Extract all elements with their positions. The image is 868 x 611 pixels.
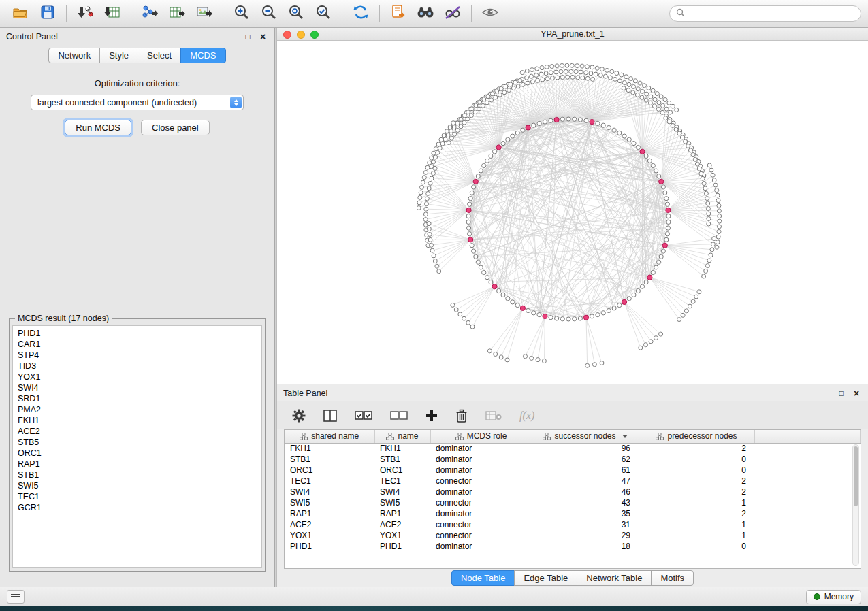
- table-row[interactable]: STB1STB1dominator620: [285, 454, 861, 465]
- float-panel-icon[interactable]: □: [242, 31, 253, 42]
- search-icon: [676, 7, 685, 20]
- tab-style[interactable]: Style: [99, 48, 138, 63]
- result-node-item[interactable]: ACE2: [18, 426, 257, 437]
- table-row[interactable]: TEC1TEC1connector472: [285, 476, 861, 486]
- close-panel-button[interactable]: Close panel: [141, 120, 210, 135]
- optimization-criterion-select[interactable]: largest connected component (undirected): [31, 95, 244, 110]
- result-node-item[interactable]: PHD1: [18, 328, 257, 339]
- column-label: predecessor nodes: [667, 431, 737, 441]
- function-builder-button[interactable]: f(x): [519, 407, 534, 425]
- network-titlebar[interactable]: YPA_prune.txt_1: [277, 28, 868, 41]
- search-input[interactable]: [688, 9, 854, 18]
- table-settings-button[interactable]: [292, 407, 306, 425]
- zoom-fit-button[interactable]: [283, 3, 310, 24]
- open-folder-button[interactable]: [7, 3, 34, 24]
- result-node-item[interactable]: SWI4: [18, 382, 257, 393]
- result-node-item[interactable]: PMA2: [18, 404, 257, 415]
- sort-descending-icon: [622, 435, 628, 438]
- table-row[interactable]: ACE2ACE2connector311: [285, 519, 861, 530]
- scrollbar-thumb[interactable]: [854, 446, 858, 506]
- clear-table-button[interactable]: [485, 407, 502, 425]
- table-row[interactable]: RAP1RAP1dominator352: [285, 508, 861, 519]
- show-columns-button[interactable]: [323, 407, 337, 425]
- result-node-item[interactable]: CAR1: [18, 339, 257, 350]
- table-row[interactable]: YOX1YOX1connector291: [285, 530, 861, 541]
- export-image-button[interactable]: [191, 3, 218, 24]
- network-window: YPA_prune.txt_1: [277, 28, 868, 384]
- table-cell: connector: [430, 519, 532, 530]
- table-cell: 43: [532, 497, 639, 508]
- zoom-out-button[interactable]: [255, 3, 283, 24]
- zoom-selected-button[interactable]: [310, 3, 337, 24]
- result-node-item[interactable]: ORC1: [18, 448, 257, 459]
- memory-button[interactable]: Memory: [806, 590, 861, 604]
- column-type-icon: [543, 433, 551, 440]
- tab-network-table[interactable]: Network Table: [577, 570, 652, 586]
- table-row[interactable]: PHD1PHD1dominator180: [285, 541, 861, 552]
- result-node-item[interactable]: FKH1: [18, 415, 257, 426]
- column-header-name[interactable]: name: [374, 430, 430, 443]
- result-node-item[interactable]: GCR1: [18, 502, 257, 513]
- result-node-item[interactable]: RAP1: [18, 459, 257, 469]
- column-header-successor-nodes[interactable]: successor nodes: [532, 430, 639, 443]
- gear-icon: [292, 409, 306, 423]
- hide-annotations-button[interactable]: [439, 3, 466, 24]
- clone-network-button[interactable]: [385, 3, 412, 24]
- result-node-item[interactable]: STB1: [18, 469, 257, 480]
- delete-column-button[interactable]: [455, 407, 468, 425]
- zoom-in-icon: [234, 4, 250, 23]
- status-menu-button[interactable]: [7, 590, 25, 604]
- result-node-item[interactable]: SWI5: [18, 480, 257, 491]
- columns-icon: [323, 410, 337, 422]
- import-table-button[interactable]: [99, 3, 126, 24]
- result-node-item[interactable]: YOX1: [18, 371, 257, 382]
- table-cell: 0: [639, 454, 754, 465]
- tab-network[interactable]: Network: [48, 48, 100, 63]
- show-eye-button[interactable]: [477, 3, 504, 24]
- table-row[interactable]: SWI4SWI4dominator462: [285, 486, 861, 497]
- refresh-button[interactable]: [347, 3, 374, 24]
- export-table-button[interactable]: [163, 3, 191, 24]
- close-panel-icon[interactable]: ×: [257, 31, 268, 42]
- tab-node-table[interactable]: Node Table: [451, 570, 515, 586]
- zoom-in-button[interactable]: [228, 3, 255, 24]
- import-network-button[interactable]: [71, 3, 99, 24]
- column-label: successor nodes: [554, 431, 615, 441]
- table-row[interactable]: ORC1ORC1dominator610: [285, 465, 861, 476]
- tab-motifs[interactable]: Motifs: [651, 570, 694, 586]
- network-svg[interactable]: [277, 41, 867, 382]
- result-node-item[interactable]: TEC1: [18, 491, 257, 502]
- deselect-all-button[interactable]: [390, 407, 408, 425]
- save-button[interactable]: [34, 3, 61, 24]
- close-panel-icon[interactable]: ×: [851, 388, 862, 399]
- table-cell: 35: [532, 508, 639, 519]
- table-scrollbar[interactable]: [852, 444, 859, 566]
- column-header-mcds-role[interactable]: MCDS role: [430, 430, 532, 443]
- table-cell: 47: [532, 476, 639, 486]
- tab-select[interactable]: Select: [138, 48, 181, 63]
- minimize-window-icon[interactable]: [297, 31, 305, 39]
- network-canvas[interactable]: [277, 41, 868, 384]
- find-button[interactable]: [412, 3, 439, 24]
- close-window-icon[interactable]: [283, 31, 291, 39]
- search-box[interactable]: [669, 5, 861, 22]
- float-panel-icon[interactable]: □: [836, 388, 847, 399]
- table-row[interactable]: SWI5SWI5connector431: [285, 497, 861, 508]
- column-header-shared-name[interactable]: shared name: [285, 430, 374, 443]
- maximize-window-icon[interactable]: [310, 31, 319, 39]
- result-node-item[interactable]: SRD1: [18, 393, 257, 404]
- export-network-button[interactable]: [136, 3, 163, 24]
- node-table-header-row: shared namenameMCDS rolesuccessor nodesp…: [285, 430, 861, 443]
- tab-edge-table[interactable]: Edge Table: [514, 570, 577, 586]
- add-column-button[interactable]: [425, 407, 438, 425]
- select-all-button[interactable]: [355, 407, 372, 425]
- column-header-predecessor-nodes[interactable]: predecessor nodes: [639, 430, 754, 443]
- result-node-item[interactable]: STB5: [18, 437, 257, 448]
- mcds-result-group: MCDS result (17 nodes) PHD1CAR1STP4TID3Y…: [9, 318, 266, 572]
- table-row[interactable]: FKH1FKH1dominator962: [285, 443, 861, 454]
- result-node-item[interactable]: STP4: [18, 350, 257, 361]
- run-mcds-button[interactable]: Run MCDS: [65, 120, 131, 135]
- tab-mcds[interactable]: MCDS: [180, 48, 225, 63]
- mcds-result-list[interactable]: PHD1CAR1STP4TID3YOX1SWI4SRD1PMA2FKH1ACE2…: [12, 325, 262, 568]
- result-node-item[interactable]: TID3: [18, 361, 257, 371]
